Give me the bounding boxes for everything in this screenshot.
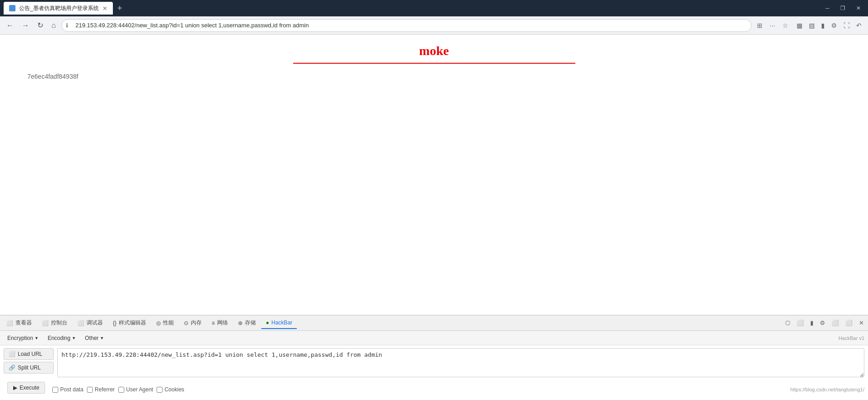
hackbar-menubar: Encryption ▼ Encoding ▼ Other ▼ HackBar … [0, 331, 868, 345]
style-editor-label: 样式编辑器 [119, 319, 146, 327]
storage-label: 存储 [245, 319, 256, 327]
split-view-button[interactable]: ▨ [806, 20, 817, 31]
browser-toolbar-right: ▦ ▨ ▮ ⚙ ⛶ ↶ [794, 20, 864, 31]
new-tab-button[interactable]: + [115, 4, 125, 13]
referrer-checkbox-label[interactable]: Referrer [87, 386, 115, 393]
devtools-btn-2[interactable]: ⬜ [794, 319, 806, 327]
encoding-menu[interactable]: Encoding ▼ [44, 334, 80, 342]
url-actions: ⊞ ··· ☆ [754, 20, 791, 31]
devtools-tab-memory[interactable]: ⊙ 内存 [179, 317, 206, 329]
user-agent-label: User Agent [126, 386, 153, 393]
resize-handle[interactable]: ⊿ [860, 373, 863, 378]
other-label: Other [85, 335, 99, 341]
cookies-checkbox[interactable] [157, 387, 162, 393]
debugger-icon: ⬜ [77, 320, 84, 326]
load-url-label: Load URL [18, 351, 42, 357]
url-bar-wrap: ℹ [61, 19, 752, 32]
undo-close-button[interactable]: ↶ [853, 20, 864, 31]
fullscreen-button[interactable]: ⛶ [841, 20, 853, 31]
devtools-tab-console[interactable]: ⬜ 控制台 [37, 317, 72, 329]
url-info-icon: ℹ [66, 22, 68, 29]
user-agent-checkbox[interactable] [118, 387, 124, 393]
hackbar-action-buttons: ⬜ Load URL 🔗 Split URL [4, 348, 54, 379]
referrer-checkbox[interactable] [87, 387, 93, 393]
close-button[interactable]: ✕ [853, 4, 864, 12]
split-url-icon: 🔗 [9, 365, 15, 371]
execute-label: Execute [20, 385, 39, 391]
devtools-settings-icon[interactable]: ⚙ [817, 319, 827, 327]
other-dropdown-arrow: ▼ [100, 336, 104, 340]
restore-button[interactable]: ❐ [837, 4, 849, 12]
devtools-tab-hackbar[interactable]: ● HackBar [261, 317, 297, 329]
narrow-view-button[interactable]: ▮ [818, 20, 827, 31]
browser-settings-button[interactable]: ⚙ [828, 20, 840, 31]
split-url-button[interactable]: 🔗 Split URL [4, 362, 54, 374]
hackbar-icon: ● [266, 319, 269, 326]
red-divider [293, 63, 575, 64]
browser-tab[interactable]: 公告_墨者仿真靶场用户登录系统 ✕ [4, 2, 113, 15]
encoding-dropdown-arrow: ▼ [72, 336, 76, 340]
encoding-label: Encoding [48, 335, 71, 341]
storage-icon: ⊛ [238, 320, 243, 326]
forward-button[interactable]: → [19, 20, 32, 31]
split-url-label: Split URL [18, 365, 41, 371]
other-menu[interactable]: Other ▼ [81, 334, 108, 342]
devtools-tab-style-editor[interactable]: {} 样式编辑器 [108, 317, 151, 329]
hash-value: 7e6ec4fadf84938f [27, 73, 850, 80]
execute-button[interactable]: ▶ Execute [7, 382, 45, 394]
memory-label: 内存 [191, 319, 202, 327]
debugger-label: 调试器 [86, 319, 103, 327]
devtools-btn-1[interactable]: ⬡ [783, 319, 792, 327]
encryption-menu[interactable]: Encryption ▼ [4, 334, 42, 342]
hackbar-body: ⬜ Load URL 🔗 Split URL http://219.153.49… [0, 345, 868, 382]
bookmark-button[interactable]: ☆ [780, 20, 791, 31]
browser-titlebar: 公告_墨者仿真靶场用户登录系统 ✕ + ─ ❐ ✕ [0, 0, 868, 16]
home-button[interactable]: ⌂ [49, 20, 59, 31]
devtools-btn-6[interactable]: ⬜ [843, 319, 855, 327]
sidebar-toggle-button[interactable]: ▦ [794, 20, 805, 31]
devtools-btn-3[interactable]: ▮ [808, 319, 816, 327]
more-options-button[interactable]: ··· [767, 20, 778, 31]
network-icon: ≡ [212, 320, 215, 326]
tab-bar: 公告_墨者仿真靶场用户登录系统 ✕ + [4, 2, 822, 15]
back-button[interactable]: ← [4, 20, 16, 31]
devtools-tab-inspector[interactable]: ⬜ 查看器 [2, 317, 36, 329]
web-page: moke 7e6ec4fadf84938f [0, 35, 868, 315]
tab-close-btn[interactable]: ✕ [102, 5, 107, 12]
post-data-checkbox-label[interactable]: Post data [52, 386, 83, 393]
inspector-icon: ⬜ [6, 320, 13, 326]
page-content: moke 7e6ec4fadf84938f ⬜ 查看器 ⬜ 控制台 ⬜ 调试器 … [0, 35, 868, 400]
devtools-close-icon[interactable]: ✕ [857, 319, 866, 327]
post-data-checkbox[interactable] [52, 387, 58, 393]
tab-title: 公告_墨者仿真靶场用户登录系统 [19, 5, 99, 12]
devtools-btn-5[interactable]: ⬜ [829, 319, 841, 327]
hackbar-url-textarea[interactable]: http://219.153.49.228:44402/new_list.asp… [57, 348, 864, 377]
devtools-tab-performance[interactable]: ◎ 性能 [152, 317, 178, 329]
hackbar-panel: Encryption ▼ Encoding ▼ Other ▼ HackBar … [0, 331, 868, 400]
console-label: 控制台 [51, 319, 67, 327]
refresh-button[interactable]: ↻ [35, 19, 46, 31]
minimize-button[interactable]: ─ [822, 4, 833, 12]
url-input[interactable] [61, 19, 752, 32]
user-agent-checkbox-label[interactable]: User Agent [118, 386, 153, 393]
style-editor-icon: {} [113, 320, 117, 326]
memory-icon: ⊙ [184, 320, 188, 326]
devtools-tab-network[interactable]: ≡ 网络 [207, 317, 233, 329]
load-url-button[interactable]: ⬜ Load URL [4, 348, 54, 360]
hackbar-url-wrap: http://219.153.49.228:44402/new_list.asp… [57, 348, 864, 379]
console-icon: ⬜ [42, 320, 49, 326]
load-url-icon: ⬜ [9, 351, 15, 357]
qr-code-button[interactable]: ⊞ [754, 20, 765, 31]
devtools-tab-storage[interactable]: ⊛ 存储 [233, 317, 260, 329]
network-label: 网络 [217, 319, 228, 327]
cookies-checkbox-label[interactable]: Cookies [157, 386, 184, 393]
post-data-label: Post data [60, 386, 83, 393]
tab-favicon [9, 5, 15, 11]
hackbar-bottom-row: ▶ Execute Post data Referrer User Agent [0, 382, 868, 400]
devtools-panel: ⬜ 查看器 ⬜ 控制台 ⬜ 调试器 {} 样式编辑器 ◎ 性能 ⊙ 内存 [0, 315, 868, 400]
devtools-tab-debugger[interactable]: ⬜ 调试器 [73, 317, 107, 329]
devtools-right-controls: ⬡ ⬜ ▮ ⚙ ⬜ ⬜ ✕ [783, 319, 866, 327]
cookies-label: Cookies [164, 386, 184, 393]
hackbar-label: HackBar [271, 319, 292, 326]
performance-label: 性能 [163, 319, 174, 327]
